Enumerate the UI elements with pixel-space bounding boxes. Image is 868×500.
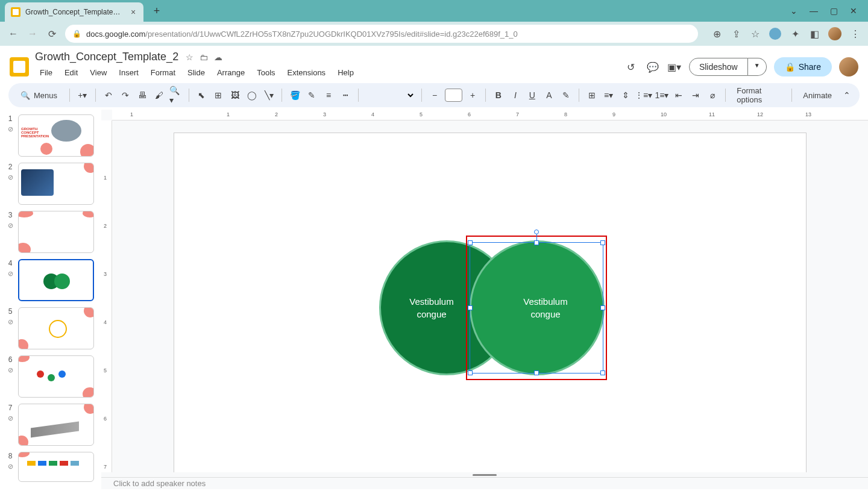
slide-thumbnail-4[interactable] (18, 259, 94, 301)
account-avatar[interactable] (839, 57, 858, 77)
share-button[interactable]: 🔒 Share (774, 57, 832, 77)
resize-handle-ml[interactable] (468, 305, 473, 310)
extensions-puzzle-icon[interactable]: ✦ (790, 28, 800, 39)
highlight-button[interactable]: ✎ (559, 87, 573, 103)
border-dash-button[interactable]: ┅ (339, 87, 352, 103)
resize-handle-br[interactable] (600, 370, 605, 375)
slide-thumbnail-6[interactable] (18, 355, 94, 398)
border-weight-button[interactable]: ≡ (322, 87, 335, 103)
menu-extensions[interactable]: Extensions (283, 66, 331, 80)
slide-thumbnail-1[interactable]: GROWTHCONCEPTPRESENTATION (18, 114, 94, 157)
slide-stage[interactable]: Vestibulumcongue Vestibulumcongue (112, 120, 868, 472)
slide-thumbnail-8[interactable] (18, 452, 94, 482)
menu-format[interactable]: Format (146, 66, 180, 80)
slide-canvas[interactable]: Vestibulumcongue Vestibulumcongue (174, 133, 807, 472)
back-button[interactable]: ← (7, 28, 19, 40)
slide-thumbnail-5[interactable] (18, 307, 94, 349)
new-slide-button[interactable]: +▾ (76, 87, 89, 103)
forward-button[interactable]: → (27, 28, 39, 40)
textbox-tool[interactable]: ⊞ (212, 87, 225, 103)
resize-handle-bl[interactable] (468, 370, 473, 375)
minimize-icon[interactable]: — (810, 6, 818, 16)
menu-edit[interactable]: Edit (60, 66, 83, 80)
animate-button[interactable]: Animate (798, 89, 837, 102)
resize-handle-mr[interactable] (600, 305, 605, 310)
bookmark-icon[interactable]: ☆ (750, 28, 761, 39)
bulleted-list-button[interactable]: ⋮≡▾ (636, 87, 652, 103)
font-family-select[interactable] (365, 88, 415, 102)
slide-thumbnail-3[interactable] (18, 211, 94, 253)
collapse-toolbar-button[interactable]: ⌃ (840, 87, 854, 103)
border-color-button[interactable]: ✎ (305, 87, 318, 103)
font-size-input[interactable] (445, 89, 462, 102)
italic-button[interactable]: I (509, 87, 522, 103)
rotate-handle[interactable] (534, 230, 539, 234)
star-icon[interactable]: ☆ (186, 52, 193, 62)
meet-icon[interactable]: ▣▾ (667, 60, 682, 74)
menu-file[interactable]: File (35, 66, 57, 80)
print-button[interactable]: 🖶 (136, 87, 149, 103)
close-tab-icon[interactable]: × (129, 8, 137, 16)
menu-arrange[interactable]: Arrange (212, 66, 250, 80)
reload-button[interactable]: ⟳ (46, 28, 58, 40)
notes-resize-handle[interactable] (101, 472, 868, 477)
slideshow-button[interactable]: Slideshow (689, 58, 748, 76)
undo-button[interactable]: ↶ (102, 87, 115, 103)
shape-tool[interactable]: ◯ (245, 87, 259, 103)
insert-link-button[interactable]: ⊞ (585, 87, 599, 103)
text-color-button[interactable]: A (542, 87, 556, 103)
image-tool[interactable]: 🖼 (228, 87, 242, 103)
paint-format-button[interactable]: 🖌 (153, 87, 166, 103)
font-size-increase[interactable]: + (466, 87, 479, 103)
menu-slide[interactable]: Slide (183, 66, 210, 80)
select-tool[interactable]: ⬉ (195, 87, 208, 103)
numbered-list-button[interactable]: 1≡▾ (655, 87, 669, 103)
menu-help[interactable]: Help (333, 66, 359, 80)
line-tool[interactable]: ╲▾ (262, 87, 275, 103)
sidepanel-icon[interactable]: ◧ (809, 28, 820, 39)
horizontal-ruler[interactable]: 1 1 2 3 4 5 6 7 8 9 10 11 12 13 (112, 110, 868, 120)
menu-tools[interactable]: Tools (252, 66, 280, 80)
close-window-icon[interactable]: ✕ (850, 6, 857, 16)
chrome-menu-icon[interactable]: ⋮ (850, 28, 861, 39)
clear-formatting-button[interactable]: ⌀ (706, 87, 719, 103)
font-size-decrease[interactable]: − (428, 87, 441, 103)
profile-avatar[interactable] (828, 27, 841, 40)
slide-thumbnail-7[interactable] (18, 404, 94, 446)
fill-color-button[interactable]: 🪣 (288, 87, 301, 103)
resize-handle-tl[interactable] (468, 240, 473, 245)
slide-thumbnail-2[interactable] (18, 163, 94, 205)
menu-insert[interactable]: Insert (114, 66, 143, 80)
slideshow-dropdown[interactable]: ▼ (748, 58, 767, 76)
resize-handle-bm[interactable] (534, 370, 539, 375)
speaker-notes[interactable]: Click to add speaker notes (101, 477, 868, 489)
align-button[interactable]: ≡▾ (602, 87, 615, 103)
vertical-ruler[interactable]: 1 2 3 4 5 6 7 (101, 120, 112, 472)
line-spacing-button[interactable]: ⇕ (619, 87, 632, 103)
zoom-icon[interactable]: ⊕ (711, 28, 722, 39)
selection-box[interactable] (470, 242, 603, 373)
search-menus[interactable]: 🔍 Menus (14, 89, 63, 102)
zoom-dropdown[interactable]: 🔍▾ (169, 87, 183, 103)
new-tab-button[interactable]: + (148, 2, 165, 19)
document-title[interactable]: Growth_Concept_Template_2 (35, 51, 178, 63)
maximize-icon[interactable]: ▢ (830, 6, 838, 16)
share-url-icon[interactable]: ⇪ (731, 28, 741, 39)
underline-button[interactable]: U (526, 87, 539, 103)
redo-button[interactable]: ↷ (119, 87, 132, 103)
resize-handle-tm[interactable] (534, 240, 539, 245)
slide-panel[interactable]: 1⊘ GROWTHCONCEPTPRESENTATION 2⊘ 3⊘ (0, 110, 101, 489)
extension-icon[interactable] (769, 28, 781, 40)
indent-decrease-button[interactable]: ⇤ (672, 87, 685, 103)
indent-increase-button[interactable]: ⇥ (689, 87, 702, 103)
history-icon[interactable]: ↺ (624, 60, 638, 74)
menu-view[interactable]: View (85, 66, 112, 80)
format-options-button[interactable]: Format options (732, 84, 785, 107)
bold-button[interactable]: B (492, 87, 505, 103)
browser-tab[interactable]: Growth_Concept_Template_2 - G × (5, 2, 143, 22)
comments-icon[interactable]: 💬 (646, 60, 660, 74)
slides-logo[interactable] (10, 57, 29, 77)
cloud-status-icon[interactable]: ☁ (214, 52, 222, 62)
move-folder-icon[interactable]: 🗀 (200, 52, 208, 62)
window-dropdown-icon[interactable]: ⌄ (790, 6, 797, 16)
